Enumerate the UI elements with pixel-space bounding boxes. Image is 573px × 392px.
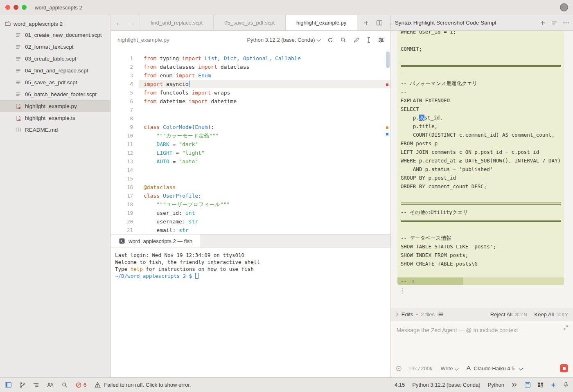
stop-generating-button[interactable] (560, 364, 568, 372)
inline-assist-icon[interactable] (354, 37, 359, 43)
agent-message-input[interactable]: Message the Zed Agent — @ to include con… (391, 321, 573, 359)
file-row[interactable]: README.md (0, 124, 111, 136)
status-warning-message[interactable]: Failed to run ruff. Click to show error. (95, 382, 191, 388)
close-window-button[interactable] (5, 5, 10, 10)
code-line: 12 LIGHT = "light" (111, 149, 390, 157)
search-icon[interactable] (341, 37, 346, 43)
minimize-window-button[interactable] (14, 5, 18, 10)
search-icon[interactable] (62, 382, 68, 388)
code-line: 9class ColorMode(Enum): (111, 123, 390, 131)
code-line: 18 """ユーザープロフィール""" (111, 200, 390, 209)
file-row[interactable]: 02_format_text.scpt (0, 41, 111, 53)
sql-line: -- (401, 88, 561, 96)
file-list: 01_create_new_document.scpt02_format_tex… (0, 29, 111, 136)
menu-icon[interactable] (563, 22, 569, 24)
sql-diff-lines: WHERE user_id = 1;COMMIT;---- パフォーマンス最適化… (397, 31, 564, 277)
file-row[interactable]: 04_find_and_replace.scpt (0, 65, 111, 77)
file-row[interactable]: 03_create_table.scpt (0, 53, 111, 65)
typescript-file-icon (16, 115, 21, 121)
terminal-output[interactable]: Last login: Wed Nov 19 12:34:09 on ttys0… (111, 248, 390, 378)
cursor-position[interactable]: 4:15 (395, 382, 405, 388)
edits-file-count: 2 files (421, 311, 435, 318)
panel-drag-handle[interactable] (391, 285, 573, 297)
text-cursor-icon[interactable] (367, 37, 371, 43)
file-row[interactable]: highlight_example.py (0, 100, 111, 112)
sql-line: WHERE p.created_at ≥ DATE_SUB(NOW(), INT… (401, 156, 561, 165)
zoom-window-button[interactable] (22, 5, 27, 10)
sql-active-line-text: -- ユ (397, 277, 463, 285)
code-line: 10 """カラーモード定義""" (111, 131, 390, 140)
git-branch-icon[interactable] (20, 382, 25, 388)
jump-to-icon[interactable] (512, 383, 517, 387)
reject-all-button[interactable]: Reject All⌘⇧N (490, 311, 527, 318)
collaborators-icon[interactable] (47, 383, 54, 387)
file-row[interactable]: 06_batch_header_footer.scpt (0, 88, 111, 100)
new-thread-icon[interactable] (540, 20, 545, 25)
user-avatar[interactable] (560, 3, 568, 11)
navigate-back-icon[interactable]: ← (116, 19, 122, 26)
file-row[interactable]: 01_create_new_document.scpt (0, 29, 111, 41)
microphone-icon[interactable] (564, 382, 568, 388)
breadcrumb[interactable]: highlight_example.py (117, 37, 169, 43)
docs-book-icon[interactable] (525, 382, 530, 387)
navigate-forward-icon[interactable]: → (129, 19, 135, 26)
assistant-sparkle-icon[interactable] (550, 382, 556, 388)
code-line: 20 username: str (111, 217, 390, 226)
code-line: 21 email: str (111, 226, 390, 234)
project-root-row[interactable]: word_applescripts 2 (0, 18, 111, 29)
book-file-icon (16, 127, 21, 133)
outline-panel-icon[interactable] (33, 383, 39, 387)
sql-separator-rule (401, 199, 561, 208)
editor-scrollbar-thumb[interactable] (386, 52, 390, 68)
editor-tab[interactable]: find_and_replace.scpt (140, 15, 214, 30)
expand-edits-chevron-icon[interactable] (396, 312, 399, 317)
keep-all-button[interactable]: Keep All⌘⇧Y (534, 311, 568, 318)
sql-line: COUNT(DISTINCT c.comment_id) AS comment_… (401, 131, 561, 139)
refresh-icon[interactable] (327, 37, 333, 43)
sql-line: SELECT (401, 105, 561, 113)
sql-line: -- パフォーマンス最適化クエリ (401, 79, 561, 88)
agent-mode-selector[interactable]: Write (440, 365, 458, 372)
applescript-file-icon (16, 92, 21, 97)
language-selector[interactable]: Python (488, 382, 504, 388)
agent-code-card[interactable]: WHERE user_id = 1;COMMIT;---- パフォーマンス最適化… (397, 31, 564, 285)
terminal-icon (119, 238, 125, 244)
expand-composer-icon[interactable] (564, 325, 568, 330)
thread-history-icon[interactable] (551, 21, 557, 25)
applescript-file-icon (16, 80, 21, 85)
sql-line: SHOW TABLE STATUS LIKE 'posts'; (401, 242, 561, 251)
code-line: 5from functools import wraps (111, 88, 390, 97)
sql-line: ORDER BY comment_count DESC; (401, 182, 561, 191)
terminal-tab[interactable]: word_applescripts 2 — fish (111, 234, 201, 248)
file-row[interactable]: 05_save_as_pdf.scpt (0, 77, 111, 88)
edits-list-icon[interactable] (438, 312, 443, 317)
new-tab-icon[interactable] (364, 20, 369, 25)
file-row[interactable]: highlight_example.ts (0, 112, 111, 124)
code-line: 3from enum import Enum (111, 71, 390, 80)
scrollbar-error-mark (386, 83, 388, 86)
toolchain-selector[interactable]: Python 3.12.2 (base; Conda) (247, 37, 320, 43)
editor-tab[interactable]: 05_save_as_pdf.scpt (214, 15, 286, 30)
project-panel-toggle-icon[interactable] (5, 382, 11, 387)
file-label: 02_format_text.scpt (25, 44, 74, 50)
chevron-down-icon (316, 38, 320, 42)
sql-line: EXPLAIN EXTENDED (401, 96, 561, 105)
editor-tab[interactable]: highlight_example.py (286, 15, 357, 30)
editor-controls-icon[interactable] (378, 37, 384, 43)
sql-separator-rule (401, 216, 561, 225)
code-line: 13 AUTO = "auto" (111, 157, 390, 166)
sql-line (401, 225, 561, 234)
agent-options-icon[interactable] (396, 365, 402, 372)
error-count: 6 (83, 382, 86, 388)
edit-prediction-icon[interactable] (538, 382, 543, 387)
toolchain-indicator[interactable]: Python 3.12.2 (base; Conda) (412, 382, 480, 388)
file-label: highlight_example.ts (25, 115, 75, 121)
agent-thread-title[interactable]: Syntax Highlight Screenshot Code Sampl (395, 20, 496, 26)
diagnostics-error-badge[interactable]: 6 (76, 382, 86, 388)
terminal-tabbar: word_applescripts 2 — fish (111, 234, 390, 248)
sql-line: SHOW INDEX FROM posts; (401, 251, 561, 259)
file-label: 06_batch_header_footer.scpt (25, 91, 97, 97)
code-editor[interactable]: 1from typing import List, Dict, Optional… (111, 49, 390, 234)
split-pane-icon[interactable] (377, 20, 382, 25)
model-selector[interactable]: Claude Haiku 4.5 (466, 365, 523, 372)
